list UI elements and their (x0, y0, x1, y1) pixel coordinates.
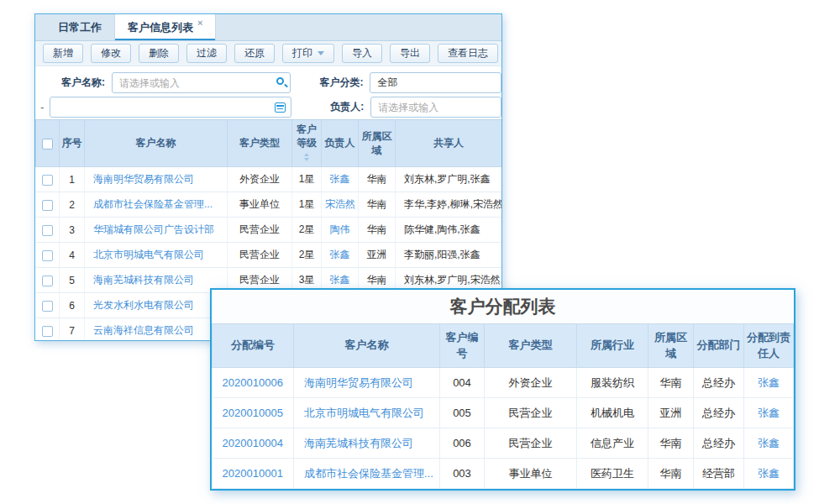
cell-name-link[interactable]: 光发水利水电有限公司 (93, 299, 194, 311)
owner-input[interactable] (371, 97, 501, 117)
print-button-label: 打印 (292, 47, 312, 59)
row-checkbox[interactable] (42, 200, 53, 211)
cell-owner-link[interactable]: 陶伟 (330, 223, 350, 235)
tab-daily-work[interactable]: 日常工作 (45, 14, 114, 40)
cell-name: 成都市社会保险基金管理... (85, 192, 228, 218)
column-header-shared[interactable]: 共享人 (396, 120, 502, 167)
allocation-table-head: 分配编号客户名称客户编号客户类型所属行业所属区域分配部门分配到责任人 (213, 324, 794, 368)
cell-name-link[interactable]: 海南芜城科技有限公司 (93, 274, 194, 286)
row-checkbox[interactable] (42, 175, 53, 186)
cell-region: 华南 (359, 218, 396, 243)
column-header-no-label: 序号 (62, 137, 82, 149)
restore-button[interactable]: 还原 (234, 44, 275, 63)
export-button[interactable]: 导出 (390, 44, 430, 63)
column-header-industry-label: 所属行业 (591, 339, 634, 351)
row-checkbox[interactable] (42, 276, 53, 286)
cell-owner-link[interactable]: 张鑫 (330, 249, 350, 260)
date-input[interactable] (50, 97, 291, 117)
cell-alloc_no-link[interactable]: 2020010005 (223, 407, 283, 419)
cell-cust_no: 006 (440, 428, 485, 459)
calendar-icon[interactable] (275, 102, 286, 113)
column-header-level[interactable]: 客户等级 (292, 120, 322, 167)
view-log-button-label: 查看日志 (448, 47, 488, 59)
column-header-region[interactable]: 所属区域 (648, 324, 694, 368)
cell-assignee-link[interactable]: 张鑫 (758, 376, 780, 389)
cell-assignee-link[interactable]: 张鑫 (758, 407, 780, 419)
print-dropdown-caret-icon (318, 51, 324, 55)
column-header-alloc_no[interactable]: 分配编号 (213, 324, 294, 368)
owner-label: 负责人: (291, 100, 370, 114)
cell-name-link[interactable]: 北京市明城电气有限公司 (304, 407, 424, 419)
customer-name-input[interactable] (113, 73, 290, 92)
row-checkbox[interactable] (42, 225, 53, 236)
cell-name-link[interactable]: 海南明华贸易有限公司 (304, 376, 413, 389)
column-header-type[interactable]: 客户类型 (228, 120, 292, 167)
cell-type: 事业单位 (228, 192, 292, 218)
allocation-table: 分配编号客户名称客户编号客户类型所属行业所属区域分配部门分配到责任人 20200… (212, 323, 794, 489)
filter-button-label: 过滤 (197, 47, 217, 59)
cell-alloc_no-link[interactable]: 2020010004 (223, 437, 283, 449)
row-checkbox[interactable] (42, 250, 53, 261)
search-icon[interactable] (276, 77, 284, 85)
cell-name-link[interactable]: 成都市社会保险基金管理... (93, 198, 213, 210)
column-header-owner[interactable]: 负责人 (322, 120, 359, 167)
sort-icon[interactable] (304, 153, 309, 160)
add-button[interactable]: 新增 (43, 44, 83, 63)
column-header-assignee[interactable]: 分配到责任人 (744, 324, 794, 368)
table-row: 2020010005北京市明城电气有限公司005民营企业机械机电亚洲总经办张鑫 (213, 398, 794, 428)
table-row: 4北京市明城电气有限公司民营企业2星张鑫亚洲李勤丽,阳强,张鑫 (36, 243, 502, 268)
cell-name-link[interactable]: 华瑞城有限公司广告设计部 (93, 223, 214, 235)
cell-name-link[interactable]: 成都市社会保险基金管理... (304, 467, 433, 480)
cell-owner-link[interactable]: 张鑫 (330, 274, 350, 286)
cell-industry: 信息产业 (577, 428, 648, 459)
filter-button[interactable]: 过滤 (186, 44, 227, 63)
cell-owner-link[interactable]: 张鑫 (330, 173, 350, 185)
row-select-cell (36, 243, 60, 268)
cell-type: 外资企业 (228, 167, 292, 192)
cell-no: 4 (60, 243, 85, 268)
cell-cust_no: 003 (440, 459, 485, 489)
column-header-name[interactable]: 客户名称 (85, 120, 228, 167)
cell-alloc_no-link[interactable]: 2020010006 (223, 376, 283, 389)
cell-industry: 服装纺织 (577, 368, 648, 398)
column-header-type-label: 客户类型 (239, 137, 280, 149)
tab-close-icon[interactable]: × (197, 18, 202, 28)
column-header-industry[interactable]: 所属行业 (577, 324, 648, 368)
cell-name: 成都市社会保险基金管理... (294, 459, 440, 489)
table-row: 2020010006海南明华贸易有限公司004外资企业服装纺织华南总经办张鑫 (213, 368, 794, 398)
column-header-dept[interactable]: 分配部门 (694, 324, 744, 368)
column-header-region[interactable]: 所属区域 (359, 120, 396, 167)
column-header-region-label: 所属区域 (654, 331, 687, 359)
view-log-button[interactable]: 查看日志 (438, 44, 498, 63)
cell-no: 3 (60, 218, 85, 243)
cell-name-link[interactable]: 海南芜城科技有限公司 (304, 437, 413, 449)
tab-customer-info-list[interactable]: 客户信息列表× (114, 14, 216, 40)
print-button[interactable]: 打印 (282, 44, 334, 63)
select-all-checkbox[interactable] (42, 139, 53, 150)
cell-level: 1星 (292, 192, 322, 218)
cell-name-link[interactable]: 云南海祥信息有限公司 (93, 324, 194, 336)
column-header-shared-label: 共享人 (433, 137, 464, 149)
cell-shared: 陈华健,陶伟,张鑫 (396, 218, 502, 243)
customer-category-select[interactable]: 全部 (370, 72, 501, 93)
customer-name-label: 客户名称: (35, 76, 112, 90)
table-row: 3华瑞城有限公司广告设计部民营企业2星陶伟华南陈华健,陶伟,张鑫 (36, 218, 502, 243)
cell-assignee-link[interactable]: 张鑫 (758, 437, 780, 449)
cell-name-link[interactable]: 海南明华贸易有限公司 (93, 173, 194, 185)
cell-name-link[interactable]: 北京市明城电气有限公司 (93, 249, 204, 260)
column-header-cust_no[interactable]: 客户编号 (440, 324, 485, 368)
cell-owner-link[interactable]: 宋浩然 (325, 198, 355, 210)
column-header-type[interactable]: 客户类型 (485, 324, 577, 368)
delete-button[interactable]: 删除 (139, 44, 179, 63)
column-header-name[interactable]: 客户名称 (294, 324, 440, 368)
import-button[interactable]: 导入 (342, 44, 382, 63)
row-select-cell (36, 268, 60, 293)
cell-no: 7 (60, 318, 85, 342)
row-select-cell (36, 192, 60, 218)
cell-alloc_no-link[interactable]: 2020010001 (223, 467, 283, 480)
edit-button[interactable]: 修改 (91, 44, 131, 63)
row-checkbox[interactable] (42, 301, 53, 312)
column-header-no[interactable]: 序号 (60, 120, 85, 167)
cell-assignee-link[interactable]: 张鑫 (758, 467, 780, 480)
row-checkbox[interactable] (42, 326, 53, 337)
